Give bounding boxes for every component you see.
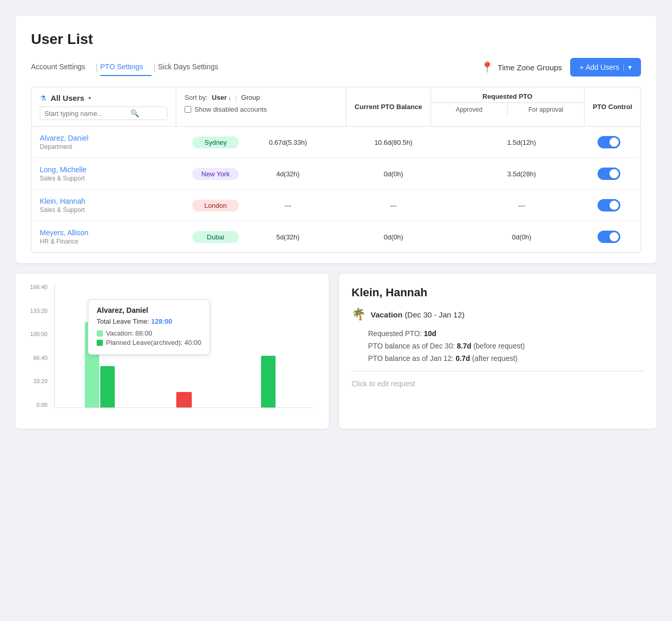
vacation-emoji: 🌴 [352, 308, 365, 321]
pto-toggle[interactable] [598, 136, 620, 148]
chart-tooltip: Alvarez, Daniel Total Leave Time: 128:00… [88, 299, 210, 355]
y-axis-label: 0:00 [37, 402, 48, 408]
user-dept: Department [40, 143, 185, 150]
pto-control-val [586, 168, 632, 180]
y-axis-label: 66:40 [33, 355, 48, 361]
table-row: Alvarez, Daniel Department Sydney 0.67d(… [32, 127, 640, 158]
user-dept: HR & Finance [40, 238, 185, 245]
timezone-cell: Dubai [185, 231, 247, 243]
filter-left: ⚗ All Users ▾ 🔍 [32, 87, 176, 126]
timezone-groups-button[interactable]: 📍 Time Zone Groups [481, 61, 562, 73]
all-users-caret: ▾ [88, 95, 91, 101]
bar-group-2 [144, 392, 223, 407]
pto-forapproval-val: 3.5d(28h) [457, 170, 586, 178]
user-list: Alvarez, Daniel Department Sydney 0.67d(… [32, 127, 640, 252]
pto-approved-val: 0d(0h) [329, 233, 457, 241]
tooltip-item-2: Planned Leave(archived): 40:00 [97, 339, 201, 346]
sort-divider: | [235, 94, 237, 101]
search-input[interactable] [44, 110, 127, 117]
pto-forapproval-val: 1.5d(12h) [457, 139, 586, 146]
user-name[interactable]: Meyers, Allison [40, 229, 185, 237]
nav-divider-1: | [96, 63, 98, 72]
click-to-edit[interactable]: Click to edit request [352, 380, 644, 388]
vacation-dates: (Dec 30 - Jan 12) [405, 310, 465, 319]
user-name[interactable]: Long, Michelle [40, 165, 185, 174]
pto-balance-val: --- [247, 202, 329, 209]
all-users-label[interactable]: All Users [51, 94, 84, 102]
chart-y-axis: 166:40133:20100:0066:4033:200:00 [26, 284, 52, 408]
vacation-details: Requested PTO: 10d PTO balance as of Dec… [368, 329, 644, 362]
bottom-section: 166:40133:20100:0066:4033:200:00 [16, 274, 656, 429]
tab-sick-days-settings[interactable]: Sick Days Settings [158, 58, 226, 76]
col-requested-pto-header: Requested PTO Approved For approval [431, 87, 585, 126]
timezone-cell: Sydney [185, 137, 247, 148]
bar-green-3 [261, 356, 276, 407]
timezone-badge: Dubai [192, 231, 239, 243]
balance-before-row: PTO balance as of Dec 30: 8.7d (before r… [368, 342, 644, 350]
tooltip-label-1: Vacation: 88:00 [106, 329, 152, 337]
timezone-cell: London [185, 200, 247, 211]
pto-toggle[interactable] [598, 199, 620, 211]
sort-by-group[interactable]: Group [241, 94, 260, 101]
requested-pto-value: 10d [424, 329, 436, 338]
tooltip-label-2: Planned Leave(archived): 40:00 [106, 339, 201, 346]
pto-balance-val: 5d(32h) [247, 233, 329, 241]
page-title: User List [31, 31, 641, 48]
chart-card: 166:40133:20100:0066:4033:200:00 [16, 274, 329, 429]
divider-dash [352, 371, 644, 371]
pto-control-val [586, 231, 632, 243]
requested-pto-label: Requested PTO: [368, 329, 422, 338]
pto-toggle[interactable] [598, 168, 620, 180]
col-pto-control-header: PTO Control [585, 87, 640, 126]
show-disabled-label: Show disabled accounts [194, 105, 267, 113]
filter-icon: ⚗ [40, 94, 47, 102]
sort-by-user[interactable]: User ↓ [212, 94, 231, 101]
tooltip-dot-2 [97, 340, 103, 346]
pto-approved-val: 0d(0h) [329, 170, 457, 178]
timezone-badge: New York [192, 168, 239, 180]
filter-header: ⚗ All Users ▾ 🔍 Sort by: User ↓ [32, 87, 640, 127]
location-icon: 📍 [481, 61, 494, 73]
tab-account-settings[interactable]: Account Settings [31, 58, 94, 76]
tooltip-dot-1 [97, 330, 103, 337]
add-users-button[interactable]: + Add Users ▾ [570, 58, 641, 77]
y-axis-label: 133:20 [30, 308, 48, 314]
search-icon[interactable]: 🔍 [130, 109, 139, 117]
filter-bar: ⚗ All Users ▾ 🔍 Sort by: User ↓ [31, 87, 641, 253]
timezone-groups-label: Time Zone Groups [498, 63, 562, 72]
pto-forapproval-val: --- [457, 202, 586, 209]
y-axis-label: 166:40 [30, 284, 48, 290]
user-info: Klein, Hannah Sales & Support [40, 197, 185, 214]
balance-before-suffix: (before request) [474, 342, 525, 350]
detail-user-name: Klein, Hannah [352, 286, 644, 299]
pto-balance-val: 4d(32h) [247, 170, 329, 178]
nav-right: 📍 Time Zone Groups + Add Users ▾ [481, 58, 641, 77]
pto-requested-vals: 0d(0h) 3.5d(28h) [329, 170, 586, 178]
pto-approved-val: 10.6d(80.5h) [329, 139, 457, 146]
sort-arrow: ↓ [228, 95, 232, 101]
pto-toggle[interactable] [598, 231, 620, 243]
vacation-header: 🌴 Vacation (Dec 30 - Jan 12) [352, 308, 644, 321]
user-name[interactable]: Alvarez, Daniel [40, 134, 185, 142]
tooltip-total: Total Leave Time: 128:00 [97, 317, 201, 325]
bar-red-2 [176, 392, 192, 407]
search-box: 🔍 [40, 107, 167, 120]
table-row: Klein, Hannah Sales & Support London ---… [32, 190, 640, 221]
pto-forapproval-val: 0d(0h) [457, 233, 586, 241]
balance-after-suffix: (after request) [472, 354, 517, 362]
user-name[interactable]: Klein, Hannah [40, 197, 185, 205]
table-row: Long, Michelle Sales & Support New York … [32, 158, 640, 190]
tab-pto-settings[interactable]: PTO Settings [100, 58, 151, 76]
nav-divider-2: | [154, 63, 156, 72]
show-disabled-checkbox[interactable] [185, 106, 191, 113]
pto-control-val [586, 136, 632, 148]
detail-card: Klein, Hannah 🌴 Vacation (Dec 30 - Jan 1… [339, 274, 656, 429]
requested-pto-row: Requested PTO: 10d [368, 329, 644, 338]
tooltip-total-label: Total Leave Time: [97, 317, 149, 325]
user-info: Alvarez, Daniel Department [40, 134, 185, 150]
vacation-type: Vacation [371, 310, 403, 319]
pto-requested-vals: --- --- [329, 202, 586, 209]
tooltip-item-1: Vacation: 88:00 [97, 329, 201, 337]
table-row: Meyers, Allison HR & Finance Dubai 5d(32… [32, 221, 640, 252]
timezone-badge: London [192, 200, 239, 211]
